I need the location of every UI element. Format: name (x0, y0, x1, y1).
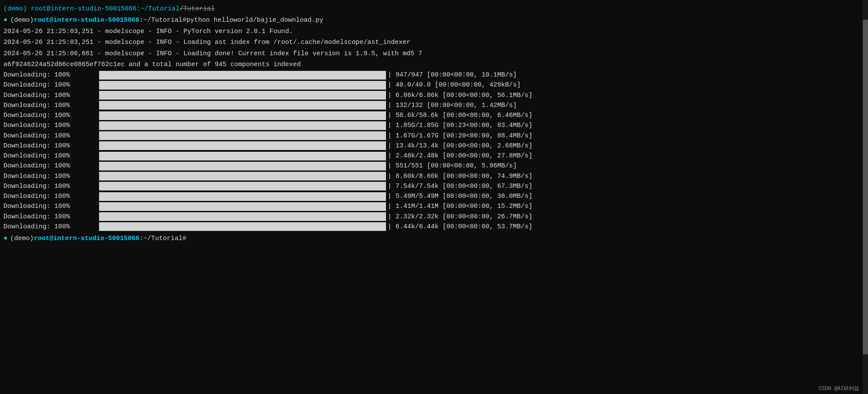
download-label: Downloading: 100% (3, 212, 99, 222)
download-row: Downloading: 100%| 8.60k/8.60k [00:00<00… (0, 171, 868, 181)
prompt-dot: ● (3, 15, 8, 26)
download-label: Downloading: 100% (3, 120, 99, 130)
download-row: Downloading: 100%| 5.49M/5.49M [00:00<00… (0, 191, 868, 201)
progress-bar (99, 182, 386, 190)
bottom-path: :~/Tutorial# (140, 234, 186, 244)
download-stats: | 13.4k/13.4k [00:00<00:00, 2.68MB/s] (388, 141, 532, 151)
download-stats: | 947/947 [00:00<00:00, 10.1MB/s] (388, 70, 517, 80)
download-row: Downloading: 100%| 6.86k/6.86k [00:00<00… (0, 90, 868, 100)
download-stats: | 551/551 [00:00<00:00, 5.96MB/s] (388, 161, 517, 171)
bottom-demo-label: (demo) (10, 234, 34, 244)
download-label: Downloading: 100% (3, 191, 99, 201)
progress-bar (99, 192, 386, 201)
download-stats: | 5.49M/5.49M [00:00<00:00, 36.0MB/s] (388, 191, 532, 201)
log-line-1: 2024-05-26 21:25:03,251 - modelscope - I… (0, 26, 868, 37)
download-rows: Downloading: 100%| 947/947 [00:00<00:00,… (0, 70, 868, 232)
bottom-username: root@intern-studio-50015066 (34, 234, 140, 244)
download-label: Downloading: 100% (3, 201, 99, 211)
prompt-username: root@intern-studio-50015066 (34, 15, 140, 25)
download-label: Downloading: 100% (3, 80, 99, 90)
download-stats: | 132/132 [00:00<00:00, 1.42MB/s] (388, 100, 517, 110)
download-label: Downloading: 100% (3, 70, 99, 80)
download-row: Downloading: 100%| 7.54k/7.54k [00:00<00… (0, 181, 868, 191)
download-stats: | 6.86k/6.86k [00:00<00:00, 56.1MB/s] (388, 90, 532, 100)
download-row: Downloading: 100%| 2.32k/2.32k [00:00<00… (0, 212, 868, 222)
terminal: (demo) root@intern-studio-50015066:~/Tut… (0, 0, 868, 394)
progress-bar (99, 131, 386, 140)
download-stats: | 2.32k/2.32k [00:00<00:00, 26.7MB/s] (388, 212, 532, 222)
progress-bar (99, 101, 386, 110)
scrollbar-thumb[interactable] (863, 20, 868, 354)
top-link: (demo) root@intern-studio-50015066:~/Tut… (3, 4, 180, 14)
progress-bar (99, 152, 386, 160)
download-row: Downloading: 100%| 551/551 [00:00<00:00,… (0, 161, 868, 171)
download-stats: | 6.44k/6.44k [00:00<00:00, 53.7MB/s] (388, 222, 532, 232)
download-row: Downloading: 100%| 2.48k/2.48k [00:00<00… (0, 151, 868, 161)
progress-bar (99, 212, 386, 221)
download-row: Downloading: 100%| 6.44k/6.44k [00:00<00… (0, 222, 868, 232)
bottom-partial-line: ● (demo) root@intern-studio-50015066 :~/… (0, 233, 868, 244)
prompt-line: ● (demo) root@intern-studio-50015066 :~/… (0, 14, 868, 26)
progress-bar (99, 202, 386, 211)
download-row: Downloading: 100%| 132/132 [00:00<00:00,… (0, 100, 868, 110)
download-stats: | 7.54k/7.54k [00:00<00:00, 67.3MB/s] (388, 181, 532, 191)
progress-bar (99, 111, 386, 120)
download-stats: | 1.41M/1.41M [00:00<00:00, 15.2MB/s] (388, 201, 532, 211)
progress-bar (99, 162, 386, 170)
bottom-prompt-dot: ● (3, 233, 8, 244)
top-partial-line: (demo) root@intern-studio-50015066:~/Tut… (0, 3, 868, 14)
prompt-demo-label: (demo) (10, 15, 34, 25)
download-row: Downloading: 100%| 13.4k/13.4k [00:00<00… (0, 141, 868, 151)
scrollbar[interactable] (863, 0, 868, 394)
download-row: Downloading: 100%| 1.85G/1.85G [00:23<00… (0, 120, 868, 130)
download-stats: | 1.67G/1.67G [00:20<00:00, 88.4MB/s] (388, 131, 532, 141)
download-row: Downloading: 100%| 947/947 [00:00<00:00,… (0, 70, 868, 80)
prompt-command: python helloworld/bajie_download.py (186, 15, 323, 25)
download-stats: | 40.0/40.0 [00:00<00:00, 429kB/s] (388, 80, 521, 90)
progress-bar (99, 91, 386, 100)
download-stats: | 8.60k/8.60k [00:00<00:00, 74.9MB/s] (388, 171, 532, 181)
download-label: Downloading: 100% (3, 141, 99, 151)
progress-bar (99, 141, 386, 150)
download-label: Downloading: 100% (3, 161, 99, 171)
download-label: Downloading: 100% (3, 100, 99, 110)
download-stats: | 2.48k/2.48k [00:00<00:00, 27.8MB/s] (388, 151, 532, 161)
download-row: Downloading: 100%| 1.67G/1.67G [00:20<00… (0, 131, 868, 141)
download-row: Downloading: 100%| 58.6k/58.6k [00:00<00… (0, 110, 868, 120)
download-label: Downloading: 100% (3, 171, 99, 181)
download-label: Downloading: 100% (3, 151, 99, 161)
log-line-2: 2024-05-26 21:25:03,251 - modelscope - I… (0, 37, 868, 48)
download-stats: | 58.6k/58.6k [00:00<00:00, 6.46MB/s] (388, 110, 532, 120)
watermark: CSDN @AI研利益 (818, 385, 859, 392)
download-stats: | 1.85G/1.85G [00:23<00:00, 83.4MB/s] (388, 120, 532, 130)
download-label: Downloading: 100% (3, 131, 99, 141)
progress-bar (99, 172, 386, 180)
download-label: Downloading: 100% (3, 181, 99, 191)
prompt-path: :~/Tutorial# (140, 15, 186, 25)
download-label: Downloading: 100% (3, 110, 99, 120)
log-line-4: a6f9246224a52d86ce0865ef762c1ec and a to… (0, 59, 868, 70)
progress-bar (99, 71, 386, 80)
download-row: Downloading: 100%| 1.41M/1.41M [00:00<00… (0, 201, 868, 211)
download-row: Downloading: 100%| 40.0/40.0 [00:00<00:0… (0, 80, 868, 90)
progress-bar (99, 81, 386, 90)
log-line-3: 2024-05-26 21:25:06,661 - modelscope - I… (0, 48, 868, 59)
progress-bar (99, 121, 386, 130)
download-label: Downloading: 100% (3, 222, 99, 232)
download-label: Downloading: 100% (3, 90, 99, 100)
progress-bar (99, 222, 386, 231)
